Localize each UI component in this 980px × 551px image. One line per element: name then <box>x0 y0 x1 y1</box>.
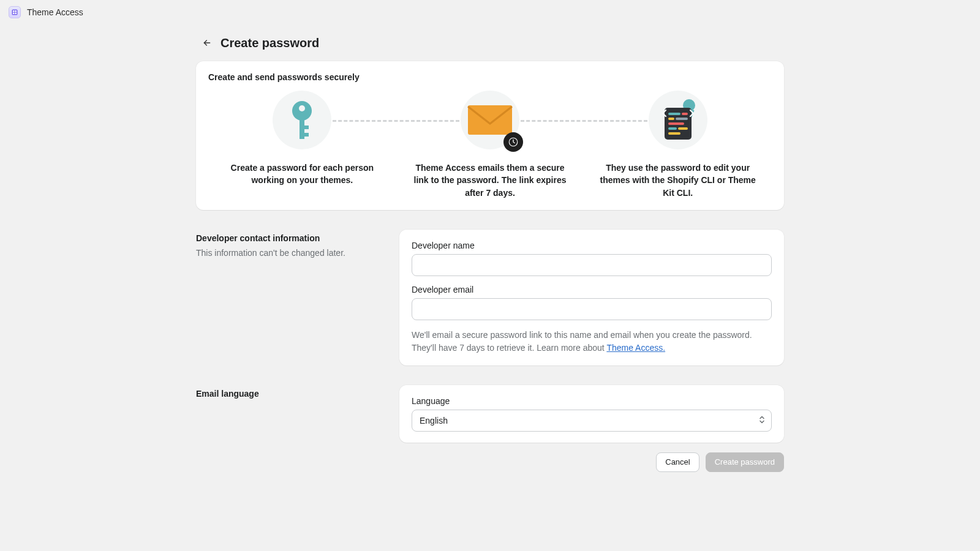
app-name: Theme Access <box>27 7 83 17</box>
svg-rect-0 <box>12 10 18 15</box>
language-select[interactable]: English <box>412 410 772 432</box>
theme-access-link[interactable]: Theme Access. <box>606 343 665 353</box>
svg-rect-15 <box>668 113 680 115</box>
explainer-step-text: Theme Access emails them a secure link t… <box>410 162 570 199</box>
explainer-step-text: Create a password for each person workin… <box>222 162 382 187</box>
envelope-icon <box>466 103 514 137</box>
svg-rect-4 <box>15 13 17 15</box>
contact-section-subtext: This information can't be changed later. <box>196 248 380 258</box>
create-password-button[interactable]: Create password <box>706 452 784 472</box>
explainer-title: Create and send passwords securely <box>208 72 772 82</box>
contact-form-card: Developer name Developer email We'll ema… <box>399 230 784 365</box>
svg-rect-1 <box>13 10 15 12</box>
contact-help-text: We'll email a secure password link to th… <box>412 329 772 354</box>
developer-name-label: Developer name <box>412 241 772 250</box>
language-label: Language <box>412 396 772 406</box>
svg-point-6 <box>299 105 305 111</box>
svg-rect-8 <box>304 126 309 129</box>
explainer-card: Create and send passwords securely Creat… <box>196 61 784 210</box>
language-form-card: Language English <box>399 385 784 443</box>
svg-rect-22 <box>668 132 680 135</box>
developer-name-input[interactable] <box>412 254 772 276</box>
explainer-step-2: Theme Access emails them a secure link t… <box>396 91 584 199</box>
svg-rect-18 <box>676 118 688 120</box>
contact-section-heading: Developer contact information <box>196 233 380 243</box>
svg-rect-2 <box>15 10 17 12</box>
explainer-step-3: They use the password to edit your theme… <box>584 91 772 199</box>
svg-rect-16 <box>682 113 688 115</box>
page-title: Create password <box>221 36 319 50</box>
key-icon <box>285 99 319 141</box>
svg-rect-20 <box>668 127 677 130</box>
explainer-step-text: They use the password to edit your theme… <box>598 162 758 199</box>
back-button[interactable] <box>200 36 214 50</box>
cancel-button[interactable]: Cancel <box>656 452 699 472</box>
connector-line <box>521 120 647 122</box>
code-key-icon <box>654 97 703 143</box>
app-icon <box>9 6 21 18</box>
svg-rect-17 <box>668 118 674 120</box>
developer-email-label: Developer email <box>412 285 772 294</box>
svg-rect-10 <box>468 105 512 135</box>
explainer-step-1: Create a password for each person workin… <box>208 91 396 187</box>
arrow-left-icon <box>202 38 212 48</box>
clock-icon <box>503 132 523 152</box>
svg-rect-19 <box>668 122 684 125</box>
connector-line <box>333 120 459 122</box>
svg-rect-21 <box>678 127 688 130</box>
svg-rect-7 <box>300 118 304 139</box>
svg-rect-9 <box>304 133 309 137</box>
language-section-heading: Email language <box>196 389 380 399</box>
developer-email-input[interactable] <box>412 298 772 320</box>
contact-help-text-prefix: We'll email a secure password link to th… <box>412 330 752 353</box>
svg-rect-3 <box>13 13 15 15</box>
